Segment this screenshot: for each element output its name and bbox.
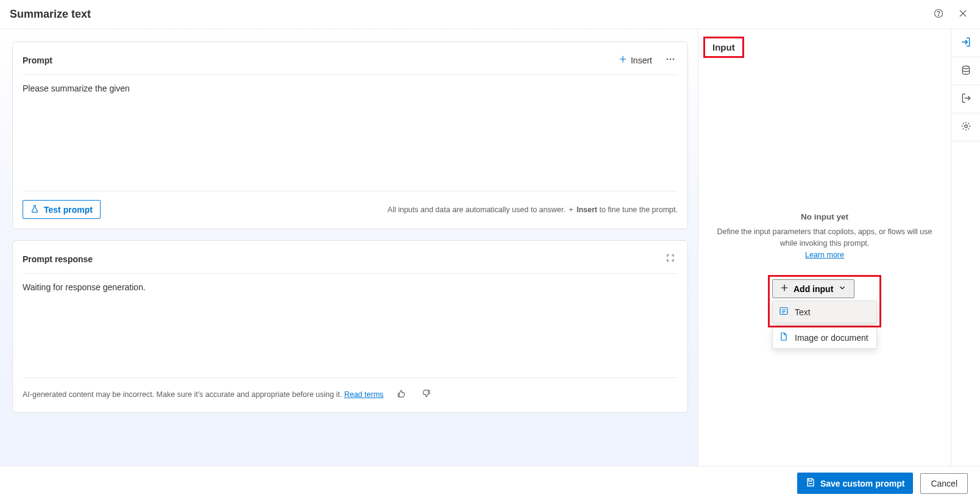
dropdown-image-label: Image or document: [795, 333, 868, 343]
rail-settings-button[interactable]: [951, 113, 980, 141]
hint-post: to fine tune the prompt.: [597, 205, 678, 214]
plus-icon: [780, 284, 789, 294]
prompt-footer: Test prompt All inputs and data are auto…: [23, 191, 678, 219]
add-input-label: Add input: [794, 284, 833, 294]
close-button[interactable]: [956, 6, 970, 23]
prompt-header: Prompt Insert: [23, 52, 678, 75]
add-input-area: Add input Text: [698, 275, 951, 327]
dropdown-item-text[interactable]: Text: [773, 301, 876, 323]
response-actions: [663, 251, 678, 267]
prompt-title: Prompt: [23, 55, 52, 65]
response-card: Prompt response Waiting for response gen…: [12, 240, 688, 413]
rail-data-button[interactable]: [951, 57, 980, 85]
input-tab-highlighted[interactable]: Input: [703, 37, 744, 58]
prompt-hint: All inputs and data are automatically us…: [388, 205, 678, 214]
save-label: Save custom prompt: [820, 479, 904, 488]
more-button[interactable]: [663, 52, 678, 68]
gear-icon: [960, 121, 971, 134]
add-input-dropdown-extra: Image or document: [772, 327, 877, 349]
login-icon: [960, 37, 971, 50]
input-panel: Input No input yet Define the input para…: [698, 29, 951, 466]
database-icon: [960, 65, 971, 78]
input-empty-state: No input yet Define the input parameters…: [698, 212, 951, 260]
insert-label: Insert: [631, 55, 652, 65]
prompt-actions: Insert: [619, 52, 678, 68]
expand-icon: [666, 253, 675, 265]
svg-point-7: [964, 124, 967, 127]
beaker-icon: [30, 204, 39, 215]
title-bar: Summarize text: [0, 0, 980, 29]
cancel-button[interactable]: Cancel: [920, 473, 968, 494]
chevron-down-icon: [838, 284, 847, 294]
add-input-button[interactable]: Add input: [772, 279, 854, 298]
hint-pre: All inputs and data are automatically us…: [388, 205, 567, 214]
save-icon: [806, 477, 815, 489]
response-header: Prompt response: [23, 251, 678, 274]
dropdown-text-label: Text: [795, 307, 811, 317]
svg-point-6: [962, 66, 969, 69]
save-button[interactable]: Save custom prompt: [797, 473, 913, 494]
plus-icon: [619, 55, 627, 65]
response-title: Prompt response: [23, 254, 93, 264]
help-button[interactable]: [931, 6, 946, 23]
empty-title: No input yet: [717, 212, 932, 221]
more-icon: [666, 54, 675, 66]
close-icon: [958, 9, 968, 20]
text-icon: [779, 306, 789, 318]
hint-bold: Insert: [577, 205, 597, 214]
empty-description: Define the input parameters that copilot…: [717, 226, 932, 260]
learn-more-link[interactable]: Learn more: [805, 251, 844, 259]
title-actions: [931, 6, 970, 23]
response-body: Waiting for response generation.: [23, 274, 678, 377]
thumbs-down-button[interactable]: [419, 387, 433, 402]
test-prompt-label: Test prompt: [44, 205, 93, 215]
dropdown-item-image[interactable]: Image or document: [773, 327, 876, 348]
footer-bar: Save custom prompt Cancel: [0, 466, 980, 500]
svg-point-1: [939, 15, 939, 16]
insert-button[interactable]: Insert: [619, 55, 652, 65]
svg-point-4: [673, 59, 675, 60]
side-rail: [951, 29, 980, 466]
ai-disclaimer: AI-generated content may be incorrect. M…: [23, 390, 383, 399]
svg-point-2: [667, 59, 669, 60]
document-icon: [779, 332, 789, 343]
thumbs-down-icon: [422, 389, 431, 400]
body: Prompt Insert Please summarize: [0, 29, 980, 466]
response-footer: AI-generated content may be incorrect. M…: [23, 377, 678, 402]
page-title: Summarize text: [10, 8, 91, 21]
test-prompt-button[interactable]: Test prompt: [23, 200, 101, 219]
help-icon: [934, 9, 943, 20]
svg-point-3: [670, 59, 672, 60]
disclaimer-text: AI-generated content may be incorrect. M…: [23, 390, 344, 399]
logout-icon: [960, 93, 971, 106]
rail-input-button[interactable]: [951, 29, 980, 57]
thumbs-up-icon: [397, 389, 406, 400]
prompt-card: Prompt Insert Please summarize: [12, 41, 688, 229]
read-terms-link[interactable]: Read terms: [344, 390, 384, 399]
expand-button[interactable]: [663, 251, 678, 267]
editor-column: Prompt Insert Please summarize: [0, 29, 698, 466]
thumbs-up-button[interactable]: [394, 387, 408, 402]
empty-desc-text: Define the input parameters that copilot…: [717, 227, 932, 248]
prompt-textarea[interactable]: Please summarize the given: [23, 75, 678, 191]
rail-output-button[interactable]: [951, 85, 980, 113]
hint-plus: +: [569, 205, 573, 214]
add-input-dropdown: Text: [772, 301, 877, 323]
add-input-highlight: Add input Text: [768, 275, 881, 327]
